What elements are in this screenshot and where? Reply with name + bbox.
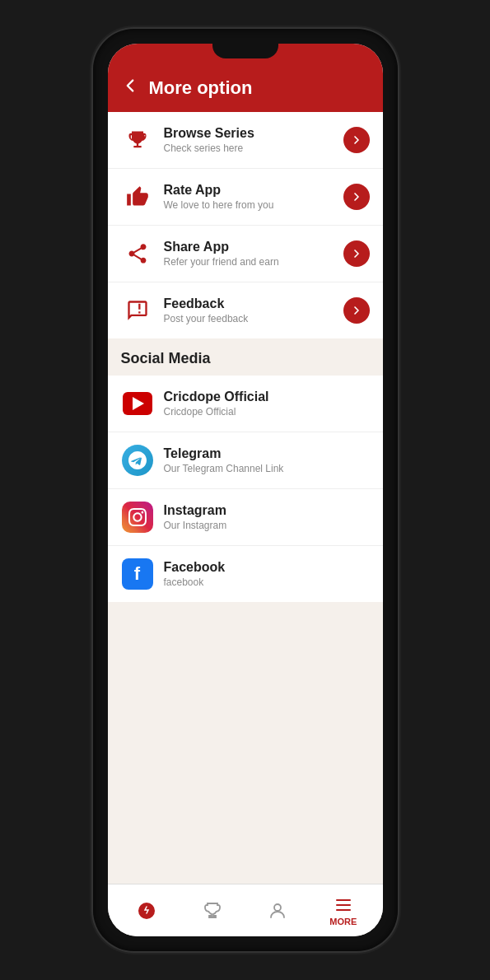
- telegram-icon: [121, 444, 154, 477]
- instagram-subtitle: Our Instagram: [164, 520, 227, 531]
- telegram-text: Telegram Our Telegram Channel Link: [164, 446, 284, 474]
- browse-series-subtitle: Check series here: [164, 142, 343, 154]
- browse-series-item[interactable]: Browse Series Check series here: [108, 112, 383, 169]
- svg-rect-3: [336, 904, 351, 906]
- bottom-spacer: [108, 602, 383, 618]
- feedback-text: Feedback Post your feedback: [164, 296, 343, 324]
- telegram-title: Telegram: [164, 446, 284, 461]
- browse-series-title: Browse Series: [164, 126, 343, 141]
- phone-screen: More option Browse Series Check series h…: [108, 44, 383, 936]
- facebook-icon: f: [121, 558, 154, 590]
- feedback-subtitle: Post your feedback: [164, 313, 343, 324]
- nav-more-label: MORE: [329, 917, 357, 926]
- rate-app-item[interactable]: Rate App We love to here from you: [108, 169, 383, 226]
- rate-app-arrow[interactable]: [343, 184, 370, 210]
- nav-trophy[interactable]: [180, 901, 245, 921]
- cricdope-subtitle: Cricdope Official: [164, 406, 269, 418]
- svg-rect-4: [336, 909, 351, 911]
- rate-app-text: Rate App We love to here from you: [164, 183, 343, 211]
- page-title: More option: [149, 77, 253, 99]
- social-section-label: Social Media: [121, 350, 211, 366]
- social-section-header: Social Media: [108, 338, 383, 376]
- back-button[interactable]: [121, 77, 139, 99]
- share-app-subtitle: Refer your friend and earn: [164, 256, 343, 268]
- telegram-subtitle: Our Telegram Channel Link: [164, 463, 284, 474]
- feedback-icon: [121, 294, 154, 327]
- cricdope-title: Cricdope Official: [164, 390, 269, 404]
- nav-home[interactable]: [114, 901, 180, 921]
- bottom-navigation: MORE: [108, 884, 383, 936]
- browse-series-text: Browse Series Check series here: [164, 126, 343, 154]
- cricdope-text: Cricdope Official Cricdope Official: [164, 390, 269, 418]
- facebook-item[interactable]: f Facebook facebook: [108, 546, 383, 602]
- feedback-item[interactable]: Feedback Post your feedback: [108, 282, 383, 338]
- share-icon: [121, 237, 154, 270]
- browse-series-arrow[interactable]: [343, 127, 370, 153]
- instagram-text: Instagram Our Instagram: [164, 503, 227, 531]
- svg-rect-2: [336, 899, 351, 901]
- notch: [212, 44, 278, 58]
- instagram-title: Instagram: [164, 503, 227, 518]
- content-area: Browse Series Check series here: [108, 112, 383, 884]
- share-app-title: Share App: [164, 240, 343, 254]
- facebook-title: Facebook: [164, 560, 226, 575]
- social-section: Cricdope Official Cricdope Official: [108, 376, 383, 602]
- instagram-item[interactable]: Instagram Our Instagram: [108, 489, 383, 546]
- rate-app-title: Rate App: [164, 183, 343, 198]
- nav-profile[interactable]: [245, 901, 311, 921]
- svg-point-0: [138, 903, 155, 919]
- rate-icon: [121, 180, 154, 213]
- youtube-icon: [121, 387, 154, 420]
- nav-more[interactable]: MORE: [310, 895, 376, 926]
- trophy-icon: [121, 124, 154, 156]
- facebook-text: Facebook facebook: [164, 560, 226, 588]
- share-app-arrow[interactable]: [343, 240, 370, 267]
- instagram-icon: [121, 501, 154, 534]
- menu-section: Browse Series Check series here: [108, 112, 383, 338]
- phone-frame: More option Browse Series Check series h…: [93, 29, 398, 951]
- cricdope-item[interactable]: Cricdope Official Cricdope Official: [108, 376, 383, 432]
- feedback-arrow[interactable]: [343, 297, 370, 324]
- svg-point-1: [274, 904, 281, 911]
- share-app-item[interactable]: Share App Refer your friend and earn: [108, 226, 383, 282]
- telegram-item[interactable]: Telegram Our Telegram Channel Link: [108, 432, 383, 489]
- share-app-text: Share App Refer your friend and earn: [164, 240, 343, 268]
- rate-app-subtitle: We love to here from you: [164, 199, 343, 211]
- app-header: More option: [108, 67, 383, 112]
- facebook-subtitle: facebook: [164, 576, 226, 588]
- feedback-title: Feedback: [164, 296, 343, 311]
